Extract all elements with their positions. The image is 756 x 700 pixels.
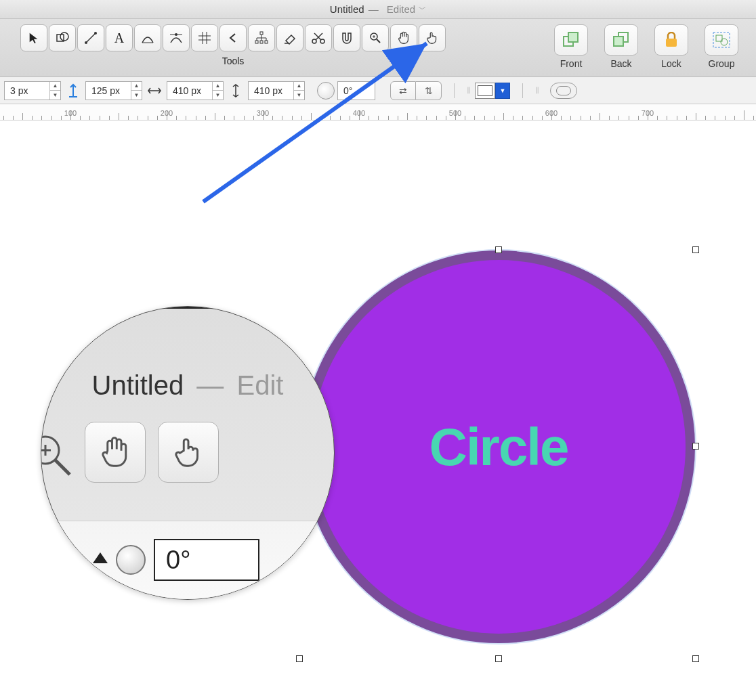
y-stepper[interactable]: ▲▼ xyxy=(131,82,142,100)
zoom-tool[interactable] xyxy=(362,24,389,51)
group-label: Group xyxy=(709,58,735,69)
w-value: 410 xyxy=(173,85,188,96)
circle-shape[interactable]: Circle xyxy=(302,250,695,643)
ruler-mark: 500 xyxy=(449,109,461,117)
lens-doc-name: Untitled xyxy=(92,370,184,400)
group-button[interactable] xyxy=(705,24,738,56)
w-stepper[interactable]: ▲▼ xyxy=(212,82,223,100)
svg-rect-34 xyxy=(666,39,677,47)
ruler-mark: 700 xyxy=(642,109,654,117)
hand-tool[interactable] xyxy=(390,24,417,51)
svg-point-26 xyxy=(371,33,377,40)
text-tool[interactable]: A xyxy=(106,24,133,51)
scissors-tool[interactable] xyxy=(305,24,332,51)
grid-tool[interactable] xyxy=(191,24,218,51)
svg-line-44 xyxy=(55,460,70,475)
y-axis-icon xyxy=(65,83,81,98)
width-icon xyxy=(146,85,163,96)
y-value: 125 xyxy=(91,85,107,96)
height-field[interactable]: 410 px▲▼ xyxy=(248,81,305,100)
shape-tool[interactable] xyxy=(49,24,76,51)
tools-group: A Tools xyxy=(20,24,446,66)
circle-text: Circle xyxy=(429,416,568,478)
y-unit: px xyxy=(110,85,120,96)
fill-dropdown[interactable]: ▼ xyxy=(495,83,510,99)
selection-handle[interactable] xyxy=(692,655,699,662)
lens-lower-bar: 0° xyxy=(41,521,334,599)
ruler-mark: 400 xyxy=(353,109,365,117)
flip-vertical-button[interactable]: ⇅ xyxy=(416,81,442,100)
h-stepper[interactable]: ▲▼ xyxy=(293,82,304,100)
document-name: Untitled xyxy=(330,3,364,15)
svg-rect-13 xyxy=(255,41,258,43)
svg-point-3 xyxy=(85,41,87,44)
selection-handle[interactable] xyxy=(296,655,303,662)
back-arrow-tool[interactable] xyxy=(219,24,247,51)
flip-horizontal-button[interactable]: ⇄ xyxy=(390,81,416,100)
lens-separator: — xyxy=(196,370,224,400)
x-stepper[interactable]: ▲▼ xyxy=(49,82,60,100)
chevron-down-icon[interactable]: ﹀ xyxy=(419,4,426,14)
fill-swatch[interactable] xyxy=(475,83,495,99)
selection-handle[interactable] xyxy=(495,246,502,253)
selection-handle[interactable] xyxy=(692,246,699,253)
w-unit: px xyxy=(191,85,201,96)
lens-zoom-tool-partial xyxy=(41,430,78,483)
bring-front-button[interactable] xyxy=(554,24,588,56)
send-back-button[interactable] xyxy=(604,24,638,56)
angle-field[interactable]: 0° xyxy=(337,81,375,100)
separator xyxy=(454,83,455,98)
edit-points-tool[interactable] xyxy=(163,24,190,51)
action-click-tool[interactable] xyxy=(419,24,446,51)
ruler-mark: 200 xyxy=(161,109,173,117)
h-unit: px xyxy=(272,85,282,96)
selection-handle[interactable] xyxy=(495,655,502,662)
eraser-tool[interactable] xyxy=(276,24,303,51)
x-value: 3 xyxy=(10,85,16,96)
lock-button[interactable] xyxy=(654,24,688,56)
stroke-style[interactable] xyxy=(550,83,577,99)
arrange-tools: Front Back Lock Group xyxy=(554,24,738,69)
svg-point-1 xyxy=(60,32,68,41)
svg-line-27 xyxy=(377,39,380,43)
back-label: Back xyxy=(610,58,631,69)
canvas[interactable]: Circle Untitled — Edit xyxy=(0,121,756,700)
align-icon: ⦀ xyxy=(535,85,539,96)
ruler-mark: 100 xyxy=(64,109,77,117)
svg-point-7 xyxy=(175,33,177,36)
separator xyxy=(522,83,523,98)
tools-row: A xyxy=(20,24,446,51)
line-tool[interactable] xyxy=(77,24,104,51)
svg-point-23 xyxy=(320,39,324,43)
front-label: Front xyxy=(560,58,583,69)
lens-action-click-tool xyxy=(158,422,219,483)
svg-rect-33 xyxy=(614,37,623,46)
svg-point-22 xyxy=(312,39,316,43)
svg-line-25 xyxy=(314,33,321,40)
svg-rect-31 xyxy=(568,32,578,42)
magnet-tool[interactable] xyxy=(333,24,360,51)
document-status: Edited xyxy=(387,3,416,15)
hierarchy-tool[interactable] xyxy=(248,24,275,51)
svg-point-37 xyxy=(721,39,728,45)
lens-angle-value: 0° xyxy=(166,546,190,575)
svg-line-2 xyxy=(86,33,96,43)
selection-tool[interactable] xyxy=(20,24,47,51)
angle-dial[interactable] xyxy=(317,82,335,100)
selection-handle[interactable] xyxy=(692,443,699,450)
lens-hand-tool xyxy=(85,422,146,483)
svg-line-24 xyxy=(316,33,322,40)
tools-label: Tools xyxy=(222,56,245,66)
lens-title: Untitled — Edit xyxy=(41,370,334,401)
main-toolbar: A Tools Front Back Lock Group xyxy=(0,19,756,77)
svg-rect-14 xyxy=(260,41,263,43)
lock-label: Lock xyxy=(661,58,681,69)
bezier-tool[interactable] xyxy=(134,24,161,51)
align-icon: ⦀ xyxy=(467,85,471,96)
y-field[interactable]: 125 px▲▼ xyxy=(85,81,142,100)
x-unit: px xyxy=(18,85,28,96)
height-icon xyxy=(228,83,244,98)
svg-rect-15 xyxy=(265,41,268,43)
x-field[interactable]: 3 px▲▼ xyxy=(4,81,61,100)
width-field[interactable]: 410 px▲▼ xyxy=(167,81,224,100)
